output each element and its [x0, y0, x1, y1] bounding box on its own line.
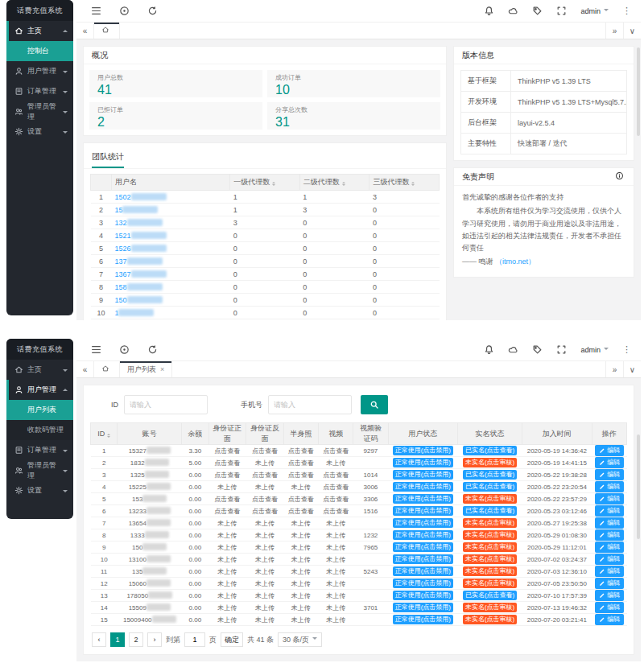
half-photo-cell[interactable]: 点击查看 [283, 457, 318, 469]
idcard-front-cell[interactable]: 点击查看 [208, 505, 246, 517]
idcard-front-cell[interactable]: 点击查看 [208, 469, 246, 481]
user-status-badge[interactable]: 正常使用(点击禁用) [393, 554, 453, 564]
sidebar-item[interactable]: 管理员管理 [6, 101, 73, 121]
username-link[interactable]: 1526 [114, 245, 130, 253]
tabs-scroll-right[interactable]: » [605, 23, 623, 39]
bell-icon[interactable] [484, 6, 494, 16]
more-icon[interactable]: ⋮ [622, 344, 631, 355]
edit-button[interactable]: 编辑 [595, 469, 624, 480]
sort-icon[interactable] [411, 182, 415, 186]
user-status-badge[interactable]: 正常使用(点击禁用) [393, 579, 453, 588]
tag-icon[interactable] [532, 6, 543, 16]
realname-status-badge[interactable]: 已实名(点击查看) [463, 482, 517, 492]
user-status-badge[interactable]: 正常使用(点击禁用) [393, 591, 453, 600]
video-cell[interactable]: 点击查看 [319, 469, 353, 481]
realname-status-badge[interactable]: 未实名(点击审核) [463, 542, 517, 552]
realname-status-badge[interactable]: 已实名(点击查看) [463, 506, 517, 516]
realname-status-badge[interactable]: 未实名(点击审核) [463, 494, 517, 504]
user-status-badge[interactable]: 正常使用(点击禁用) [393, 506, 453, 516]
sortable-column-header[interactable]: 二级代理数 [299, 175, 369, 191]
edit-button[interactable]: 编辑 [595, 493, 624, 504]
idcard-back-cell[interactable]: 点击查看 [246, 493, 284, 505]
user-status-badge[interactable]: 正常使用(点击禁用) [393, 518, 453, 528]
video-cell[interactable]: 点击查看 [319, 445, 353, 457]
tab-user-list[interactable]: 用户列表 × [120, 361, 172, 377]
more-icon[interactable]: ⋮ [622, 6, 631, 16]
realname-status-badge[interactable]: 未实名(点击审核) [463, 615, 517, 624]
realname-status-badge[interactable]: 未实名(点击审核) [463, 554, 517, 564]
idcard-front-cell[interactable]: 点击查看 [208, 445, 246, 457]
tab-close-icon[interactable]: × [160, 365, 164, 373]
edit-button[interactable]: 编辑 [595, 457, 624, 468]
sidebar-item[interactable]: 管理员管理 [6, 460, 73, 480]
username-link[interactable]: 1521 [114, 232, 130, 240]
username-link[interactable]: 1367 [114, 270, 130, 278]
user-status-badge[interactable]: 正常使用(点击禁用) [393, 603, 453, 612]
tabs-scroll-left[interactable]: « [76, 23, 94, 39]
video-cell[interactable]: 点击查看 [319, 505, 353, 517]
edit-button[interactable]: 编辑 [595, 566, 624, 577]
page-number[interactable]: 1 [110, 632, 125, 647]
clear-cache-icon[interactable] [119, 6, 130, 16]
tab-home[interactable] [94, 361, 120, 377]
video-cell[interactable]: 点击查看 [319, 493, 353, 505]
sidebar-subitem[interactable]: 收款码管理 [6, 420, 73, 440]
realname-status-badge[interactable]: 未实名(点击审核) [463, 530, 517, 540]
menu-fold-icon[interactable] [91, 344, 101, 355]
username-link[interactable]: 158 [114, 283, 126, 291]
sidebar-item[interactable]: 用户管理 [6, 61, 73, 81]
user-status-badge[interactable]: 正常使用(点击禁用) [393, 494, 453, 504]
scrollbar[interactable] [637, 434, 640, 539]
sidebar-item[interactable]: 主页 [6, 360, 73, 380]
edit-button[interactable]: 编辑 [595, 602, 624, 613]
sort-icon[interactable] [107, 434, 110, 438]
user-menu[interactable]: admin [580, 346, 609, 354]
realname-status-badge[interactable]: 未实名(点击审核) [463, 458, 517, 467]
sortable-column-header[interactable]: 三级代理数 [369, 175, 440, 191]
username-link[interactable]: 15 [114, 206, 122, 214]
edit-button[interactable]: 编辑 [595, 517, 624, 529]
sidebar-subitem[interactable]: 用户列表 [6, 400, 73, 420]
disclaimer-link[interactable]: （itmo.net） [495, 257, 535, 266]
sidebar-item[interactable]: 设置 [6, 121, 73, 142]
user-status-badge[interactable]: 正常使用(点击禁用) [393, 482, 453, 492]
realname-status-badge[interactable]: 已实名(点击查看) [463, 591, 517, 600]
realname-status-badge[interactable]: 未实名(点击审核) [463, 566, 517, 576]
sidebar-item[interactable]: 订单管理 [6, 81, 73, 101]
half-photo-cell[interactable]: 点击查看 [283, 445, 318, 457]
sortable-column-header[interactable]: ID [91, 423, 118, 445]
tabs-scroll-right[interactable]: » [605, 361, 623, 377]
info-icon[interactable] [615, 171, 625, 182]
clear-cache-icon[interactable] [119, 344, 130, 355]
realname-status-badge[interactable]: 未实名(点击审核) [463, 518, 517, 528]
user-status-badge[interactable]: 正常使用(点击禁用) [393, 615, 453, 624]
menu-fold-icon[interactable] [91, 6, 101, 16]
tabs-menu[interactable]: ∨ [623, 23, 641, 39]
cloud-icon[interactable] [508, 344, 518, 355]
bell-icon[interactable] [484, 344, 494, 355]
cloud-icon[interactable] [508, 6, 518, 16]
user-status-badge[interactable]: 正常使用(点击禁用) [393, 542, 453, 552]
scrollbar[interactable] [637, 47, 640, 136]
tab-home[interactable] [94, 23, 120, 39]
half-photo-cell[interactable]: 点击查看 [283, 505, 318, 517]
page-next[interactable]: › [147, 632, 162, 647]
refresh-icon[interactable] [147, 344, 158, 355]
username-link[interactable]: 137 [114, 257, 126, 266]
user-status-badge[interactable]: 正常使用(点击禁用) [393, 458, 453, 467]
phone-input[interactable] [268, 395, 352, 414]
tag-icon[interactable] [532, 344, 543, 355]
user-status-badge[interactable]: 正常使用(点击禁用) [393, 566, 453, 576]
idcard-back-cell[interactable]: 点击查看 [246, 505, 284, 517]
realname-status-badge[interactable]: 已实名(点击查看) [463, 470, 517, 480]
sort-icon[interactable] [342, 182, 345, 186]
username-link[interactable]: 150 [114, 296, 126, 304]
tabs-scroll-left[interactable]: « [76, 361, 94, 377]
realname-status-badge[interactable]: 未实名(点击审核) [463, 579, 517, 588]
user-status-badge[interactable]: 正常使用(点击禁用) [393, 446, 453, 455]
edit-button[interactable]: 编辑 [595, 554, 624, 565]
sidebar-item[interactable]: 主页 [6, 21, 73, 41]
edit-button[interactable]: 编辑 [595, 590, 624, 601]
half-photo-cell[interactable]: 点击查看 [283, 469, 318, 481]
refresh-icon[interactable] [147, 6, 158, 16]
